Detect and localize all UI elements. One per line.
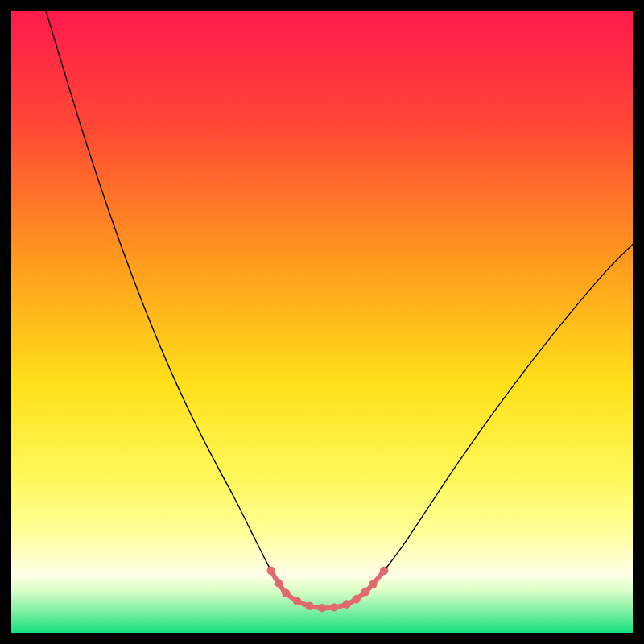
marker-band-marker: [318, 604, 326, 612]
marker-band-marker: [275, 579, 283, 587]
marker-band-marker: [282, 588, 290, 597]
marker-band-marker: [305, 602, 313, 610]
marker-band-marker: [330, 603, 338, 611]
bottleneck-chart: [11, 11, 633, 633]
gradient-background: [11, 11, 633, 633]
marker-band-marker: [352, 595, 360, 603]
marker-band-marker: [361, 588, 369, 596]
marker-band-marker: [293, 597, 301, 605]
marker-band-marker: [369, 580, 377, 588]
chart-frame: TheBottleneck.com: [11, 11, 633, 633]
marker-band-marker: [380, 567, 388, 575]
marker-band-marker: [266, 567, 275, 575]
marker-band-marker: [343, 600, 351, 608]
